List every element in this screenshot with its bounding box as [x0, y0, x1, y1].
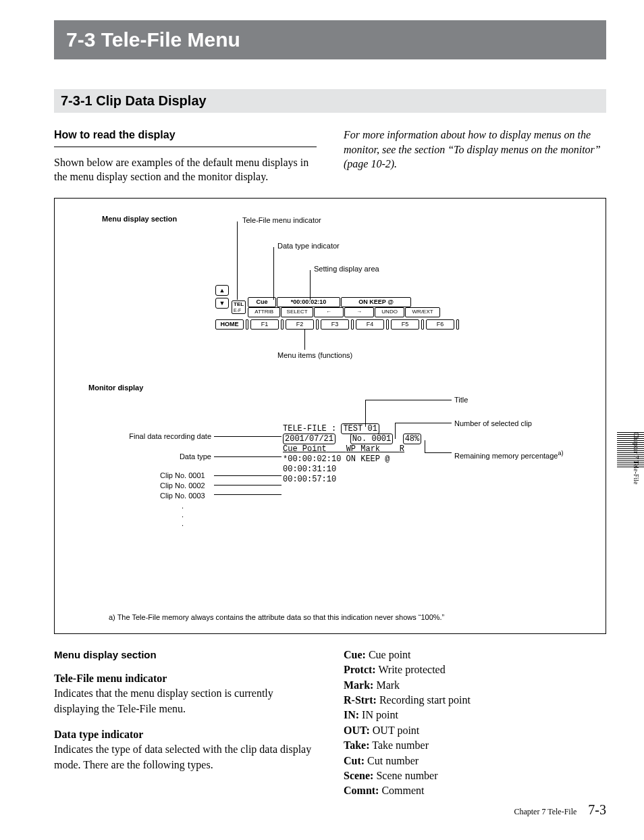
strip-ef: E-F [234, 307, 244, 313]
label-clip1: Clip No. 0001 [160, 471, 205, 479]
sub1-title: Tele-File menu indicator [54, 671, 317, 686]
monitor-wpmark: WP Mark [346, 444, 380, 454]
strip-f3: F3 [321, 319, 349, 330]
label-dot1: . [182, 502, 184, 510]
strip-f4: F4 [356, 319, 384, 330]
label-monitor-display: Monitor display [88, 384, 143, 392]
definition-value: Cue point [366, 649, 411, 660]
definition-row: Take: Take number [344, 738, 606, 753]
how-to-read-heading: How to read the display [54, 128, 317, 147]
label-clip2: Clip No. 0002 [160, 481, 205, 490]
monitor-percent: 48% [403, 434, 422, 444]
definition-value: Scene number [373, 770, 437, 781]
monitor-title-value: TEST 01 [341, 423, 379, 434]
sub2-title: Data type indicator [54, 727, 317, 742]
label-menu-items: Menu items (functions) [277, 351, 352, 359]
definition-value: Comment [379, 785, 424, 796]
definition-value: Mark [373, 679, 400, 691]
label-data-type-indicator: Data type indicator [277, 242, 340, 250]
definition-value: Take number [370, 739, 429, 751]
strip-f2: F2 [286, 319, 314, 330]
strip-f5: F5 [391, 319, 419, 330]
page-footer: Chapter 7 Tele-File 7-3 [514, 802, 606, 818]
definition-key: Mark: [344, 679, 373, 691]
label-final-date: Final data recording date [117, 432, 211, 440]
strip-onkeep: ON KEEP @ [341, 297, 411, 307]
definition-value: Write protected [376, 664, 446, 675]
label-remaining: Remaining memory percentage [454, 451, 558, 459]
sub2-body: Indicates the type of data selected with… [54, 742, 317, 772]
monitor-line6: 00:00:57:10 [283, 475, 421, 485]
definition-key: Scene: [344, 770, 373, 781]
up-arrow-icon: ▲ [215, 285, 229, 296]
monitor-date: 2001/07/21 [283, 434, 336, 444]
down-arrow-icon: ▼ [215, 298, 229, 309]
label-data-type: Data type [171, 452, 211, 461]
section-heading: 7-3-1 Clip Data Display [54, 89, 606, 113]
definition-row: Protct: Write protected [344, 662, 606, 677]
definition-row: Mark: Mark [344, 678, 606, 693]
label-dot2: . [182, 510, 184, 519]
left-column: How to read the display Shown below are … [54, 128, 317, 184]
strip-undo: UNDO [375, 307, 404, 317]
label-menu-display-section: Menu display section [102, 215, 177, 223]
label-remaining-sup: a) [558, 450, 563, 456]
definition-value: Cut number [365, 755, 419, 766]
strip-select: SELECT [281, 307, 313, 317]
sub1-body: Indicates that the menu display section … [54, 686, 317, 716]
definition-row: IN: IN point [344, 708, 606, 723]
strip-right: → [344, 307, 374, 317]
monitor-cuepoint: Cue Point [283, 444, 327, 454]
strip-attrib: ATTRIB [248, 307, 280, 317]
definition-key: IN: [344, 709, 359, 720]
definition-row: Cut: Cut number [344, 754, 606, 768]
definition-key: Cue: [344, 649, 366, 660]
strip-tc: *00:00:02:10 [277, 297, 340, 307]
right-column-note: For more information about how to displa… [344, 128, 606, 184]
strip-wrext: WR/EXT [405, 307, 440, 317]
definition-key: Comnt: [344, 785, 379, 796]
strip-cue: Cue [248, 297, 276, 307]
label-clip3: Clip No. 0003 [160, 492, 205, 500]
definition-value: Recording start point [377, 694, 471, 706]
definition-row: Cue: Cue point [344, 648, 606, 662]
definition-key: Cut: [344, 755, 365, 766]
definition-key: OUT: [344, 725, 370, 736]
definition-key: Protct: [344, 664, 376, 675]
label-title: Title [454, 396, 468, 404]
footer-chapter: Chapter 7 Tele-File [514, 807, 576, 816]
definition-row: R-Strt: Recording start point [344, 693, 606, 708]
page-title-bar: 7-3 Tele-File Menu [54, 20, 606, 59]
strip-home: HOME [215, 319, 244, 330]
footer-page: 7-3 [588, 802, 606, 817]
strip-f1: F1 [250, 319, 279, 330]
label-telefile-indicator: Tele-File menu indicator [242, 216, 321, 224]
lower-left-column: Menu display section Tele-File menu indi… [54, 648, 317, 799]
how-to-read-body: Shown below are examples of the default … [54, 155, 317, 184]
menu-display-heading: Menu display section [54, 648, 317, 662]
monitor-line4: *00:00:02:10 ON KEEP @ [283, 454, 421, 465]
lower-right-column: Cue: Cue pointProtct: Write protectedMar… [344, 648, 606, 799]
strip-left: ← [314, 307, 344, 317]
definition-value: IN point [359, 709, 398, 720]
definition-value: OUT point [370, 725, 419, 736]
definition-key: Take: [344, 739, 370, 751]
definition-row: Comnt: Comment [344, 783, 606, 798]
monitor-r: R [400, 444, 404, 454]
diagram-container: Menu display section Tele-File menu indi… [54, 198, 606, 634]
monitor-line1a: TELE-FILE : [283, 424, 336, 434]
monitor-line5: 00:00:31:10 [283, 465, 421, 475]
label-setting-area: Setting display area [314, 265, 379, 273]
label-num-clip: Number of selected clip [454, 419, 532, 427]
strip-f6: F6 [426, 319, 454, 330]
definition-row: OUT: OUT point [344, 723, 606, 738]
strip-tel: TEL [234, 301, 244, 307]
definition-key: R-Strt: [344, 694, 377, 706]
diagram-footnote: a) The Tele-File memory always contains … [109, 613, 587, 621]
monitor-clipno: No. 0001 [350, 434, 394, 444]
definition-row: Scene: Scene number [344, 768, 606, 783]
label-dot3: . [182, 519, 184, 527]
